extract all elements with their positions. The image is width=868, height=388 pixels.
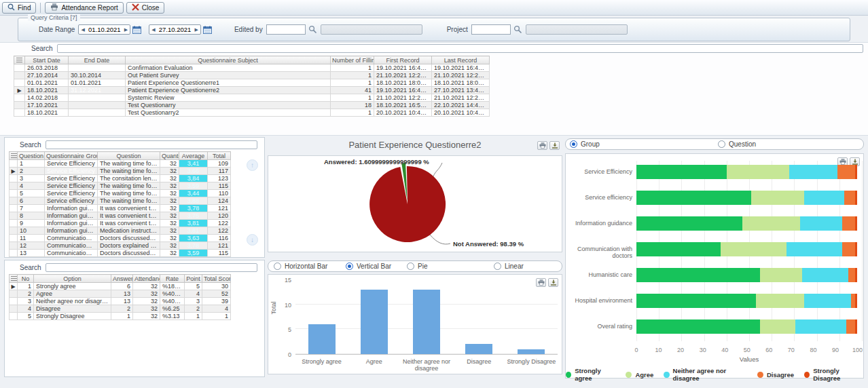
- segment-agree[interactable]: [742, 216, 800, 231]
- cell-rate[interactable]: %6.25: [160, 305, 185, 313]
- cell-no[interactable]: 9: [18, 220, 45, 227]
- cell-total[interactable]: 110: [208, 190, 231, 197]
- row-selector-cell[interactable]: ▶: [10, 283, 18, 290]
- cell-no[interactable]: 3: [18, 298, 34, 305]
- cell-group[interactable]: Communication with ...: [45, 242, 98, 250]
- cell-qty[interactable]: 32: [160, 160, 179, 168]
- cell-avg[interactable]: 3,63: [179, 235, 208, 242]
- cell-group[interactable]: Information guidance: [45, 212, 98, 220]
- cell-end[interactable]: [69, 94, 126, 102]
- cell-end[interactable]: 31.12.2021: [69, 87, 126, 94]
- pie-download-button[interactable]: [549, 141, 560, 150]
- cell-subject[interactable]: Confirmation Evaluation: [126, 64, 331, 72]
- cell-no[interactable]: 11: [18, 235, 45, 242]
- cell-no[interactable]: 3: [18, 175, 45, 182]
- cell-score[interactable]: 1: [202, 313, 231, 320]
- column-header[interactable]: Rate: [160, 275, 185, 283]
- row-selector-cell[interactable]: [14, 72, 25, 79]
- row-selector-cell[interactable]: [10, 298, 18, 305]
- cell-rate[interactable]: %3.13: [160, 313, 185, 320]
- cell-qty[interactable]: 32: [160, 250, 179, 257]
- row-selector-cell[interactable]: [10, 250, 18, 257]
- cell-start[interactable]: 17.10.2021: [25, 102, 69, 109]
- cell-option[interactable]: Agree: [34, 290, 111, 298]
- table-row[interactable]: 11Communication with ...Doctors discusse…: [10, 235, 231, 242]
- segment-disagree[interactable]: [842, 216, 856, 231]
- cell-first[interactable]: 21.10.2021 12:26:13: [374, 72, 432, 79]
- cell-attendance[interactable]: 32: [133, 283, 160, 290]
- cell-filling[interactable]: 1: [331, 109, 374, 117]
- segment-agree[interactable]: [721, 242, 787, 256]
- stacked-bar-information-guidance[interactable]: [636, 216, 857, 231]
- date-from-next-icon[interactable]: ▶: [124, 27, 128, 32]
- table-row[interactable]: 7Information guidanceIt was convenient t…: [10, 205, 231, 212]
- main-search-input[interactable]: [57, 44, 863, 53]
- bar-neither-agree-nor-disagree[interactable]: [413, 290, 440, 354]
- table-row[interactable]: ▶2Service EfficiencyThe waiting time for…: [10, 168, 231, 175]
- table-row[interactable]: 6Service efficiencyThe waiting time for …: [10, 197, 231, 205]
- cell-option[interactable]: Strongly Disagree: [34, 313, 111, 320]
- cell-point[interactable]: 4: [185, 290, 202, 298]
- table-row[interactable]: 5Service EfficiencyThe waiting time for …: [10, 190, 231, 197]
- pie-chart[interactable]: Answered: 1.6099999999999999 % Not Answe…: [268, 156, 562, 252]
- scroll-up-button[interactable]: ↑: [247, 159, 258, 171]
- cell-filling[interactable]: 1: [331, 64, 374, 72]
- segment-agree[interactable]: [756, 294, 805, 308]
- segment-agree[interactable]: [760, 268, 802, 282]
- cell-first[interactable]: 21.10.2021 12:24:35: [374, 94, 432, 102]
- cell-first[interactable]: 18.10.2021 16:52:31: [374, 102, 432, 109]
- column-header[interactable]: End Date: [69, 56, 126, 64]
- cell-question[interactable]: The waiting time for consit...: [98, 168, 160, 175]
- table-row[interactable]: 12Communication with ...Doctors explaine…: [10, 242, 231, 250]
- cell-avg[interactable]: 3,41: [179, 160, 208, 168]
- cell-last[interactable]: 20.10.2021 10:42:01: [432, 109, 490, 117]
- table-row[interactable]: 01.01.202101.01.2021Patient Experience Q…: [14, 79, 490, 87]
- segment-strongly-agree[interactable]: [636, 242, 721, 256]
- cell-no[interactable]: 7: [18, 205, 45, 212]
- cell-attendance[interactable]: 32: [133, 298, 160, 305]
- date-from-input[interactable]: ◀ ▶: [78, 24, 130, 35]
- row-selector-cell[interactable]: ▶: [14, 87, 25, 94]
- edited-by-input[interactable]: [266, 24, 306, 35]
- column-header[interactable]: Quantity: [160, 152, 179, 160]
- table-row[interactable]: ▶1Strongly agree632%18.75530: [10, 283, 231, 290]
- attendance-report-button[interactable]: Attendance Report: [45, 2, 123, 14]
- column-header[interactable]: Questionnaire Group: [45, 152, 98, 160]
- date-from-value[interactable]: [86, 25, 124, 34]
- cell-answers[interactable]: 6: [111, 283, 133, 290]
- cell-point[interactable]: 1: [185, 313, 202, 320]
- stacked-bar-hospital-environment[interactable]: [636, 294, 857, 308]
- cell-question[interactable]: The waiting time for payme...: [98, 190, 160, 197]
- cell-end[interactable]: [69, 109, 126, 117]
- cell-score[interactable]: 52: [202, 290, 231, 298]
- segment-strongly-disagree[interactable]: [855, 242, 857, 256]
- cell-question[interactable]: The consitation length was...: [98, 175, 160, 182]
- cell-last[interactable]: 21.10.2021 12:26:13: [432, 72, 490, 79]
- cell-question[interactable]: Doctors discussed treatme...: [98, 250, 160, 257]
- cell-start[interactable]: 27.10.2014: [25, 72, 69, 79]
- cell-avg[interactable]: 3,59: [179, 250, 208, 257]
- column-header[interactable]: Question: [98, 152, 160, 160]
- cell-qty[interactable]: 32: [160, 168, 179, 175]
- cell-last[interactable]: 27.10.2021 13:47:36: [432, 87, 490, 94]
- cell-end[interactable]: 01.01.2021: [69, 79, 126, 87]
- radio-chart-type-linear[interactable]: Linear: [494, 263, 524, 270]
- cell-avg[interactable]: 3,75: [179, 212, 208, 220]
- row-selector-cell[interactable]: [10, 160, 18, 168]
- row-selector-cell[interactable]: [10, 182, 18, 190]
- radio-chart-type-vertical-bar[interactable]: Vertical Bar: [346, 263, 391, 270]
- cell-qty[interactable]: 32: [160, 242, 179, 250]
- table-row[interactable]: 1Service EfficiencyThe waiting time for …: [10, 160, 231, 168]
- cell-group[interactable]: Information guidance: [45, 227, 98, 235]
- segment-neither-agree-nor-disagree[interactable]: [789, 165, 838, 179]
- segment-disagree[interactable]: [842, 242, 856, 256]
- cell-group[interactable]: Service Efficiency: [45, 175, 98, 182]
- cell-subject[interactable]: Out Patient Survey: [126, 72, 331, 79]
- table-menu-icon[interactable]: [10, 152, 18, 160]
- table-row[interactable]: 9Information guidanceIt was convenient t…: [10, 220, 231, 227]
- row-selector-cell[interactable]: [10, 197, 18, 205]
- segment-disagree[interactable]: [846, 319, 855, 334]
- cell-question[interactable]: It was convenient to acces...: [98, 220, 160, 227]
- date-to-prev-icon[interactable]: ◀: [151, 27, 156, 32]
- cell-question[interactable]: The waiting time for on-site...: [98, 160, 160, 168]
